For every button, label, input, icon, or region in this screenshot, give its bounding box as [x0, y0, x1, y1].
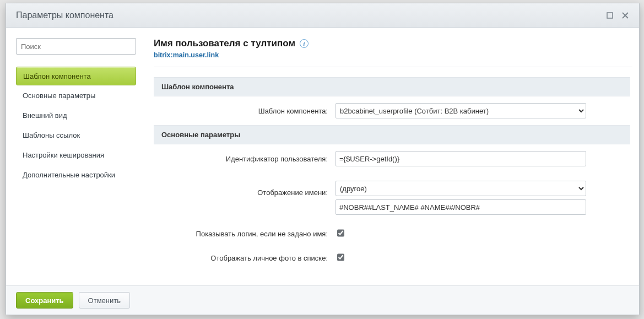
cancel-button[interactable]: Отменить: [79, 292, 130, 309]
scroll-area[interactable]: Шаблон компонента Шаблон компонента: b2b…: [154, 77, 632, 280]
label-user-id: Идентификатор пользователя:: [154, 155, 335, 163]
main-header: Имя пользователя с тултипом i: [154, 38, 632, 49]
save-button[interactable]: Сохранить: [16, 292, 73, 309]
section-header-template: Шаблон компонента: [154, 77, 630, 96]
row-show-photo: Отображать личное фото в списке:: [154, 246, 630, 270]
control-next-partial: [335, 277, 630, 280]
control-show-login: [335, 228, 630, 239]
row-show-login: Показывать логин, если не задано имя:: [154, 221, 630, 246]
sidebar-item-cache[interactable]: Настройки кеширования: [16, 146, 136, 165]
row-next-partial: [154, 270, 630, 280]
row-user-id: Идентификатор пользователя:: [154, 144, 630, 173]
sidebar-item-base[interactable]: Основные параметры: [16, 86, 136, 105]
sidebar-nav: Шаблон компонентаОсновные параметрыВнешн…: [16, 67, 143, 185]
main-panel: Имя пользователя с тултипом i bitrix:mai…: [154, 38, 632, 280]
control-user-id: [335, 151, 630, 166]
checkbox-show-login[interactable]: [337, 229, 344, 237]
section-header-base: Основные параметры: [154, 125, 630, 144]
sidebar: Шаблон компонентаОсновные параметрыВнешн…: [16, 38, 143, 280]
maximize-icon[interactable]: [606, 12, 614, 19]
sidebar-item-extra[interactable]: Дополнительные настройки: [16, 166, 136, 185]
label-show-login: Показывать логин, если не задано имя:: [154, 230, 335, 238]
page-title: Имя пользователя с тултипом: [154, 38, 295, 49]
row-name-display: Отображение имени: (другое): [154, 173, 630, 221]
sidebar-item-tpl[interactable]: Шаблон компонента: [16, 67, 136, 85]
dialog-footer: Сохранить Отменить: [6, 285, 639, 315]
control-template: b2bcabinet_userprofile (Сотбит: B2B каби…: [335, 103, 630, 118]
dialog-titlebar: Параметры компонента: [6, 3, 639, 28]
close-icon[interactable]: [621, 12, 629, 19]
label-show-photo: Отображать личное фото в списке:: [154, 254, 335, 262]
component-params-dialog: Параметры компонента Шаблон компонентаОс…: [6, 3, 640, 315]
dialog-titlebar-actions: [606, 12, 629, 19]
input-user-id[interactable]: [335, 151, 586, 166]
control-show-photo: [335, 252, 630, 263]
main-divider: [154, 67, 632, 67]
sidebar-item-link_tpl[interactable]: Шаблоны ссылок: [16, 126, 136, 145]
row-template: Шаблон компонента: b2bcabinet_userprofil…: [154, 96, 630, 125]
sidebar-separator: [16, 55, 143, 67]
dialog-body: Шаблон компонентаОсновные параметрыВнешн…: [6, 28, 639, 285]
label-template: Шаблон компонента:: [154, 107, 335, 115]
search-input[interactable]: [16, 38, 136, 55]
svg-rect-0: [607, 13, 613, 18]
info-icon[interactable]: i: [300, 39, 309, 48]
checkbox-show-photo[interactable]: [337, 253, 344, 262]
select-template[interactable]: b2bcabinet_userprofile (Сотбит: B2B каби…: [335, 103, 586, 118]
control-name-display: (другое): [335, 181, 630, 215]
component-id: bitrix:main.user.link: [154, 51, 632, 59]
label-name-display: Отображение имени:: [154, 181, 335, 197]
sidebar-item-view[interactable]: Внешний вид: [16, 106, 136, 125]
select-name-display[interactable]: (другое): [335, 181, 586, 196]
dialog-title: Параметры компонента: [16, 3, 113, 28]
input-name-display-template[interactable]: [335, 199, 586, 215]
